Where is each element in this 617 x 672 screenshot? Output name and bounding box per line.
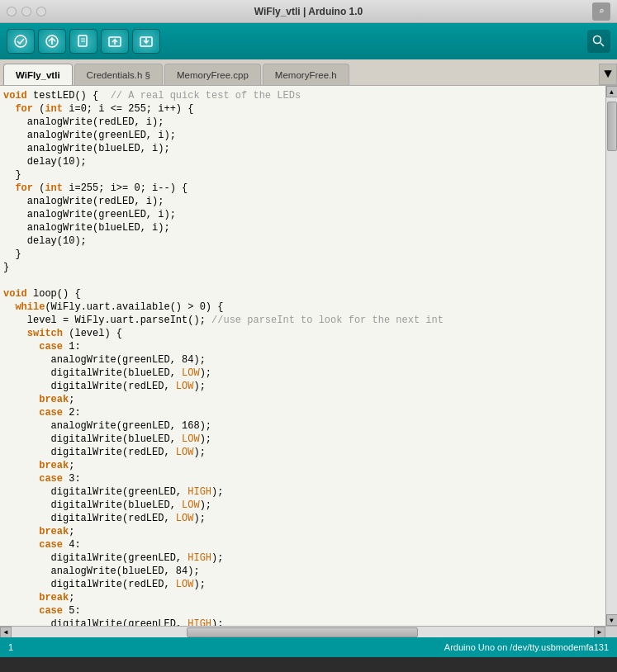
svg-line-8 <box>600 43 604 46</box>
svg-point-0 <box>15 35 26 47</box>
search-icon[interactable]: ⌕ <box>592 2 610 21</box>
save-button[interactable] <box>132 29 160 54</box>
tab-credentials[interactable]: Credentials.h § <box>74 64 163 85</box>
editor: void testLED() { // A real quick test of… <box>0 86 617 626</box>
window-bottom <box>0 657 617 672</box>
open-button[interactable] <box>101 29 129 54</box>
verify-icon <box>13 34 28 49</box>
vertical-scrollbar[interactable]: ▲ ▼ <box>605 86 617 626</box>
hscroll-left-button[interactable]: ◀ <box>0 627 12 638</box>
scroll-up-button[interactable]: ▲ <box>606 86 618 97</box>
verify-button[interactable] <box>7 29 35 54</box>
tab-wifly-vtli[interactable]: WiFly_vtli <box>3 64 73 85</box>
hscroll-track[interactable] <box>12 627 594 637</box>
upload-button[interactable] <box>38 29 66 54</box>
code-area[interactable]: void testLED() { // A real quick test of… <box>0 86 605 626</box>
tab-memoryfree-cpp[interactable]: MemoryFree.cpp <box>164 64 261 85</box>
scroll-thumb[interactable] <box>607 102 617 151</box>
maximize-button[interactable] <box>36 7 46 17</box>
tabs-dropdown-button[interactable]: ▼ <box>599 64 617 85</box>
horizontal-scrollbar[interactable]: ◀ ▶ <box>0 626 617 637</box>
close-button[interactable] <box>7 7 17 17</box>
scroll-down-button[interactable]: ▼ <box>606 614 618 626</box>
status-bar: 1 Arduino Uno on /dev/tty.usbmodemfa131 <box>0 637 617 657</box>
toolbar <box>0 23 617 59</box>
window-title: WiFly_vtli | Arduino 1.0 <box>254 6 363 17</box>
svg-point-7 <box>594 36 601 44</box>
line-number: 1 <box>8 642 13 652</box>
code-content: void testLED() { // A real quick test of… <box>3 89 605 626</box>
open-icon <box>107 34 122 49</box>
hscroll-corner <box>605 627 617 638</box>
scroll-track[interactable] <box>606 97 617 614</box>
toolbar-search-button[interactable] <box>587 30 610 53</box>
new-icon <box>76 34 91 49</box>
hscroll-thumb[interactable] <box>187 627 418 637</box>
tab-memoryfree-h[interactable]: MemoryFree.h <box>263 64 349 85</box>
upload-icon <box>45 34 59 49</box>
new-button[interactable] <box>69 29 97 54</box>
save-icon <box>139 34 154 49</box>
title-bar: WiFly_vtli | Arduino 1.0 ⌕ <box>0 0 617 23</box>
traffic-lights <box>7 7 46 17</box>
toolbar-search-icon <box>592 35 605 48</box>
tabs-bar: WiFly_vtli Credentials.h § MemoryFree.cp… <box>0 59 617 86</box>
board-info: Arduino Uno on /dev/tty.usbmodemfa131 <box>444 642 609 652</box>
hscroll-right-button[interactable]: ▶ <box>594 627 605 638</box>
minimize-button[interactable] <box>21 7 31 17</box>
